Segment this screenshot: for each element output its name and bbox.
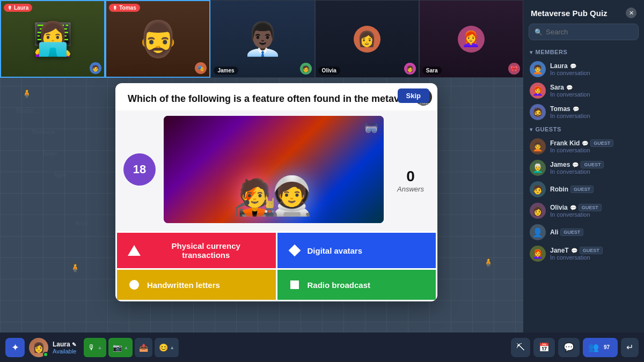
sara-avatar: 👩‍🦰 <box>530 83 546 99</box>
mic-chevron: ▲ <box>97 345 102 350</box>
james-name: James 💬 GUEST <box>550 161 638 168</box>
pickaxe-icon: ⛏ <box>516 343 525 352</box>
member-item-olivia[interactable]: 👩 Olivia 💬 GUEST In conversation <box>523 200 644 221</box>
search-input[interactable] <box>546 28 636 36</box>
tomas-name: Tomas 💬 <box>550 105 638 113</box>
laura-name: Laura 💬 <box>550 62 638 70</box>
james-info: James 💬 GUEST In conversation <box>550 161 638 175</box>
answers-counter: Skip 0 Answers <box>392 146 429 193</box>
chat-button[interactable]: 💬 <box>558 338 580 357</box>
member-item-laura[interactable]: 🧑‍🦱 Laura 💬 In conversation <box>523 58 644 80</box>
chat-icon-toolbar: 💬 <box>564 342 574 352</box>
video-tile-tomas[interactable]: 🧔‍♂️ 🎙 Tomas 🎭 <box>105 0 210 78</box>
app-logo: ✦ <box>5 338 25 357</box>
answer-option-b[interactable]: Digital avatars <box>277 233 436 268</box>
user-name: Laura ✎ <box>53 341 76 348</box>
exit-button[interactable]: ↵ <box>621 338 639 357</box>
search-icon: 🔍 <box>535 28 543 36</box>
participant-label-tomas: 🎙 Tomas <box>109 4 140 12</box>
member-item-janet[interactable]: 👩‍🦰 JaneT 💬 GUEST In conversation <box>523 243 644 264</box>
user-avatar: 👩 <box>29 338 48 357</box>
frank-status: In conversation <box>550 147 638 153</box>
map-label: Blocke... <box>16 107 39 114</box>
emoji-button[interactable]: 😊 ▲ <box>155 338 179 357</box>
video-tile-sara[interactable]: 👩‍🦰 Sara 🎀 <box>419 0 523 78</box>
toolbar: ✦ 👩 Laura ✎ Available 🎙 ▲ 📷 ▲ 📤 😊 ▲ <box>0 333 644 362</box>
james-sidebar-avatar: 👨‍🦳 <box>530 160 546 176</box>
frank-avatar: 🧑‍🦱 <box>530 138 546 154</box>
chat-icon: 💬 <box>571 248 577 254</box>
tomas-info: Tomas 💬 In conversation <box>550 105 638 119</box>
map-avatar: 🧍 <box>483 257 494 268</box>
user-status: Available <box>53 348 76 354</box>
map-avatar: 🧍 <box>21 88 32 99</box>
sara-info: Sara 💬 In conversation <box>550 84 638 98</box>
participant-label-olivia: Olivia <box>318 67 340 75</box>
member-item-robin[interactable]: 🧑 Robin GUEST <box>523 179 644 200</box>
janet-name: JaneT 💬 GUEST <box>550 247 638 254</box>
mic-button[interactable]: 🎙 ▲ <box>84 338 106 357</box>
member-item-sara[interactable]: 👩‍🦰 Sara 💬 In conversation <box>523 80 644 101</box>
participant-label-laura: 🎙 Laura <box>4 4 32 12</box>
map-label: Bellevue <box>32 129 55 135</box>
answer-option-a[interactable]: Physical currency transactions <box>117 233 276 268</box>
member-item-james[interactable]: 👨‍🦳 James 💬 GUEST In conversation <box>523 157 644 179</box>
member-item-tomas[interactable]: 🧔 Tomas 💬 In conversation <box>523 101 644 123</box>
people-icon: 👥 <box>588 342 599 352</box>
tomas-avatar: 🧔 <box>530 104 546 120</box>
quiz-modal: Which of the following is a feature ofte… <box>115 83 437 301</box>
video-tile-laura[interactable]: 👩‍💻 🎙 Laura 🧑 <box>0 0 105 78</box>
guest-badge: GUEST <box>580 247 603 254</box>
quiz-content: 18 🧑‍🎤 🧑‍🚀 🥽 Skip 0 Answers <box>115 110 437 231</box>
video-tile-olivia[interactable]: 👩 Olivia 👩 <box>315 0 419 78</box>
exit-icon: ↵ <box>626 342 633 352</box>
james-avatar-bottom: 🧑 <box>300 63 312 75</box>
tomas-status: In conversation <box>550 113 638 119</box>
quiz-timer: 18 <box>123 153 156 186</box>
circle-icon <box>128 278 141 291</box>
chat-icon: 💬 <box>570 63 576 69</box>
calendar-icon: 📅 <box>539 342 550 352</box>
guests-section-label: ▾ GUESTS <box>523 123 644 136</box>
video-tile-james[interactable]: 👨🏿‍💼 James 🧑 <box>210 0 314 78</box>
mic-icon: 🎙 <box>88 343 96 352</box>
chat-icon: 💬 <box>566 85 573 91</box>
close-sidebar-button[interactable]: ✕ <box>626 8 636 18</box>
sidebar-header: Metaverse Pub Quiz ✕ <box>523 0 644 24</box>
sidebar: Metaverse Pub Quiz ✕ 🔍 ▾ MEMBERS 🧑‍🦱 Lau… <box>523 0 644 362</box>
member-item-frank[interactable]: 🧑‍🦱 Frank Kid 💬 GUEST In conversation <box>523 136 644 157</box>
ali-avatar: 👤 <box>530 224 546 240</box>
quiz-question: Which of the following is a feature ofte… <box>126 93 427 105</box>
laura-info: Laura 💬 In conversation <box>550 62 638 76</box>
answer-option-c[interactable]: Handwritten letters <box>117 270 276 300</box>
share-button[interactable]: 📤 <box>135 338 152 357</box>
skip-button[interactable]: Skip <box>398 88 429 103</box>
sara-status: In conversation <box>550 91 638 98</box>
members-section: ▾ MEMBERS 🧑‍🦱 Laura 💬 In conversation 👩‍… <box>523 46 644 334</box>
janet-status: In conversation <box>550 254 638 261</box>
answer-option-d[interactable]: Radio broadcast <box>277 270 436 300</box>
emoji-icon: 😊 <box>159 343 168 352</box>
participant-label-james: James <box>214 67 238 75</box>
calendar-button[interactable]: 📅 <box>533 338 555 357</box>
map-label: Arkie <box>75 220 89 226</box>
robin-info: Robin GUEST <box>550 186 638 193</box>
camera-icon: 📷 <box>113 343 122 352</box>
user-info: 👩 Laura ✎ Available <box>29 338 76 357</box>
chevron-icon: ▾ <box>530 127 533 132</box>
triangle-icon <box>128 244 141 257</box>
quiz-image: 🧑‍🎤 🧑‍🚀 🥽 <box>164 116 384 223</box>
guest-badge: GUEST <box>570 186 594 193</box>
camera-button[interactable]: 📷 ▲ <box>108 338 133 357</box>
search-box[interactable]: 🔍 <box>529 24 639 40</box>
answers-number: 0 <box>392 168 429 185</box>
janet-info: JaneT 💬 GUEST In conversation <box>550 247 638 261</box>
quiz-header: Which of the following is a feature ofte… <box>115 83 437 110</box>
sara-name: Sara 💬 <box>550 84 638 91</box>
guest-badge: GUEST <box>560 228 583 236</box>
people-button[interactable]: 👥 97 <box>583 338 618 357</box>
james-status: In conversation <box>550 168 638 175</box>
pickaxe-button[interactable]: ⛏ <box>511 338 530 357</box>
laura-avatar: 🧑‍🦱 <box>530 61 546 77</box>
member-item-ali[interactable]: 👤 Ali GUEST <box>523 221 644 243</box>
